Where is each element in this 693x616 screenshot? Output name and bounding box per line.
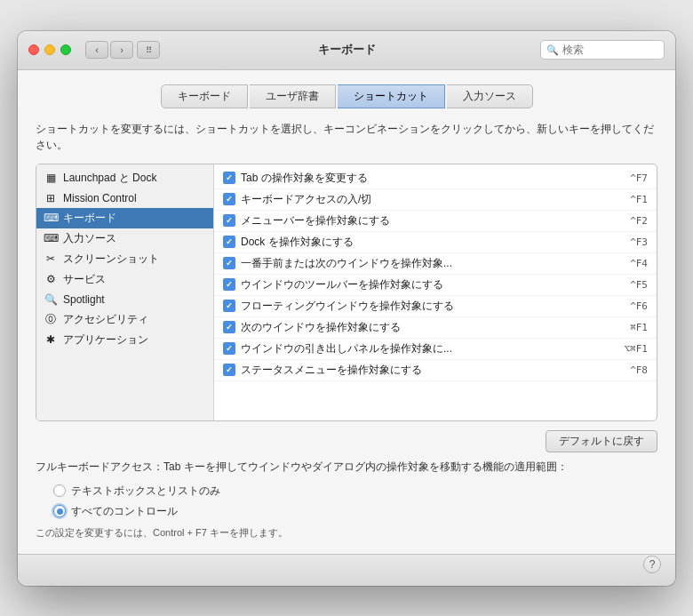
default-btn-row: デフォルトに戻す	[36, 430, 657, 452]
shortcut-row-6[interactable]: フローティングウインドウを操作対象にする ^F6	[214, 296, 657, 317]
fullkeyboard-label: フルキーボードアクセス：Tab キーを押してウインドウやダイアログ内の操作対象を…	[36, 460, 657, 475]
shortcut-checkbox-6[interactable]	[223, 300, 235, 312]
shortcut-label-6: フローティングウインドウを操作対象にする	[241, 299, 607, 314]
sidebar-item-label: Launchpad と Dock	[63, 171, 156, 186]
shortcut-label-7: 次のウインドウを操作対象にする	[241, 320, 607, 335]
help-button[interactable]: ?	[643, 556, 661, 573]
shortcut-key-3: ^F3	[612, 236, 648, 248]
tab-shortcuts[interactable]: ショートカット	[338, 84, 445, 108]
bottom-area: デフォルトに戻す フルキーボードアクセス：Tab キーを押してウインドウやダイア…	[36, 430, 657, 540]
shortcut-checkbox-8[interactable]	[223, 342, 235, 355]
shortcut-checkbox-5[interactable]	[223, 278, 235, 291]
keyboard-preferences-window: ‹ › ⠿ キーボード 🔍 キーボード ユーザ辞書 ショートカット 入力ソース …	[18, 31, 675, 586]
shortcut-checkbox-1[interactable]	[223, 193, 235, 205]
minimize-button[interactable]	[44, 44, 55, 55]
sidebar-item-accessibility[interactable]: ⓪ アクセシビリティ	[36, 309, 213, 330]
shortcut-key-6: ^F6	[612, 300, 648, 312]
services-icon: ⚙	[44, 272, 58, 286]
close-button[interactable]	[28, 44, 39, 55]
spotlight-icon: 🔍	[44, 292, 58, 307]
sidebar-item-services[interactable]: ⚙ サービス	[36, 269, 213, 290]
shortcut-label-1: キーボードアクセスの入/切	[241, 192, 607, 207]
default-button[interactable]: デフォルトに戻す	[546, 430, 657, 452]
screenshot-icon: ✂	[44, 252, 58, 266]
shortcut-row-4[interactable]: 一番手前または次のウインドウを操作対象... ^F4	[214, 253, 657, 275]
applications-icon: ✱	[44, 332, 58, 347]
launchpad-icon: ▦	[44, 171, 58, 185]
shortcut-checkbox-9[interactable]	[223, 364, 235, 376]
shortcut-checkbox-4[interactable]	[223, 257, 235, 269]
sidebar-item-label: キーボード	[63, 211, 116, 226]
traffic-lights	[28, 44, 71, 55]
nav-buttons: ‹ ›	[85, 41, 133, 59]
shortcut-row-2[interactable]: メニューバーを操作対象にする ^F2	[214, 211, 657, 232]
sidebar-item-label: アプリケーション	[63, 332, 148, 348]
titlebar: ‹ › ⠿ キーボード 🔍	[18, 31, 675, 70]
note-text: この設定を変更するには、Control + F7 キーを押します。	[36, 526, 657, 540]
shortcut-row-9[interactable]: ステータスメニューを操作対象にする ^F8	[214, 360, 657, 381]
shortcut-label-9: ステータスメニューを操作対象にする	[241, 363, 607, 378]
sidebar-item-screenshot[interactable]: ✂ スクリーンショット	[36, 249, 213, 269]
shortcut-checkbox-2[interactable]	[223, 214, 235, 227]
content-area: キーボード ユーザ辞書 ショートカット 入力ソース ショートカットを変更するには…	[18, 70, 675, 554]
keyboard-icon: ⌨	[44, 211, 58, 225]
shortcut-key-0: ^F7	[612, 172, 648, 184]
search-box[interactable]: 🔍	[540, 40, 665, 60]
search-input[interactable]	[562, 44, 658, 56]
radio-label-1: すべてのコントロール	[71, 504, 178, 519]
sidebar-item-label: 入力ソース	[63, 231, 116, 246]
tab-keyboard[interactable]: キーボード	[161, 84, 248, 108]
radio-label-0: テキストボックスとリストのみ	[71, 484, 220, 499]
shortcut-key-7: ⌘F1	[612, 322, 648, 333]
shortcut-key-5: ^F5	[612, 279, 648, 291]
shortcut-row-8[interactable]: ウインドウの引き出しパネルを操作対象に... ⌥⌘F1	[214, 339, 657, 360]
radio-all-controls[interactable]	[53, 505, 66, 517]
sidebar-item-applications[interactable]: ✱ アプリケーション	[36, 330, 213, 350]
shortcut-key-2: ^F2	[612, 215, 648, 227]
shortcut-row-0[interactable]: Tab の操作対象を変更する ^F7	[214, 168, 657, 189]
radio-row-1[interactable]: すべてのコントロール	[53, 504, 657, 519]
tab-bar: キーボード ユーザ辞書 ショートカット 入力ソース	[36, 84, 657, 108]
shortcut-row-1[interactable]: キーボードアクセスの入/切 ^F1	[214, 189, 657, 211]
sidebar-item-mission-control[interactable]: ⊞ Mission Control	[36, 188, 213, 208]
sidebar: ▦ Launchpad と Dock ⊞ Mission Control ⌨ キ…	[36, 164, 214, 420]
shortcut-checkbox-3[interactable]	[223, 236, 235, 248]
shortcut-key-1: ^F1	[612, 194, 648, 205]
shortcut-label-4: 一番手前または次のウインドウを操作対象...	[241, 256, 607, 271]
back-button[interactable]: ‹	[85, 41, 108, 59]
shortcut-row-3[interactable]: Dock を操作対象にする ^F3	[214, 232, 657, 253]
shortcut-label-3: Dock を操作対象にする	[241, 235, 607, 250]
shortcut-key-9: ^F8	[612, 364, 648, 376]
shortcuts-list: Tab の操作対象を変更する ^F7 キーボードアクセスの入/切 ^F1 メニュ…	[214, 164, 657, 420]
shortcut-key-4: ^F4	[612, 258, 648, 269]
sidebar-item-spotlight[interactable]: 🔍 Spotlight	[36, 290, 213, 309]
grid-button[interactable]: ⠿	[137, 41, 160, 59]
shortcut-label-8: ウインドウの引き出しパネルを操作対象に...	[241, 341, 607, 356]
shortcut-label-2: メニューバーを操作対象にする	[241, 213, 607, 228]
sidebar-item-input-source[interactable]: ⌨ 入力ソース	[36, 228, 213, 249]
shortcut-row-5[interactable]: ウインドウのツールバーを操作対象にする ^F5	[214, 275, 657, 296]
sidebar-item-keyboard[interactable]: ⌨ キーボード	[36, 208, 213, 228]
description-text: ショートカットを変更するには、ショートカットを選択し、キーコンビネーションをクリ…	[36, 121, 657, 153]
accessibility-icon: ⓪	[44, 312, 58, 326]
shortcut-checkbox-0[interactable]	[223, 172, 235, 184]
window-bottom-bar: ?	[18, 554, 675, 586]
shortcut-label-5: ウインドウのツールバーを操作対象にする	[241, 277, 607, 292]
radio-row-0[interactable]: テキストボックスとリストのみ	[53, 484, 657, 499]
forward-button[interactable]: ›	[110, 41, 133, 59]
shortcut-label-0: Tab の操作対象を変更する	[241, 171, 607, 186]
maximize-button[interactable]	[60, 44, 71, 55]
sidebar-item-label: サービス	[63, 272, 106, 287]
tab-user-dict[interactable]: ユーザ辞書	[250, 84, 336, 108]
shortcut-checkbox-7[interactable]	[223, 321, 235, 333]
sidebar-item-launchpad[interactable]: ▦ Launchpad と Dock	[36, 168, 213, 188]
tab-input-source[interactable]: 入力ソース	[447, 84, 533, 108]
main-panel: ▦ Launchpad と Dock ⊞ Mission Control ⌨ キ…	[36, 164, 657, 421]
sidebar-item-label: アクセシビリティ	[63, 312, 148, 327]
search-icon: 🔍	[546, 44, 559, 56]
radio-textbox[interactable]	[53, 484, 66, 497]
shortcut-row-7[interactable]: 次のウインドウを操作対象にする ⌘F1	[214, 317, 657, 339]
shortcut-key-8: ⌥⌘F1	[612, 343, 648, 355]
radio-group: テキストボックスとリストのみ すべてのコントロール	[53, 484, 657, 519]
window-title: キーボード	[318, 42, 376, 58]
